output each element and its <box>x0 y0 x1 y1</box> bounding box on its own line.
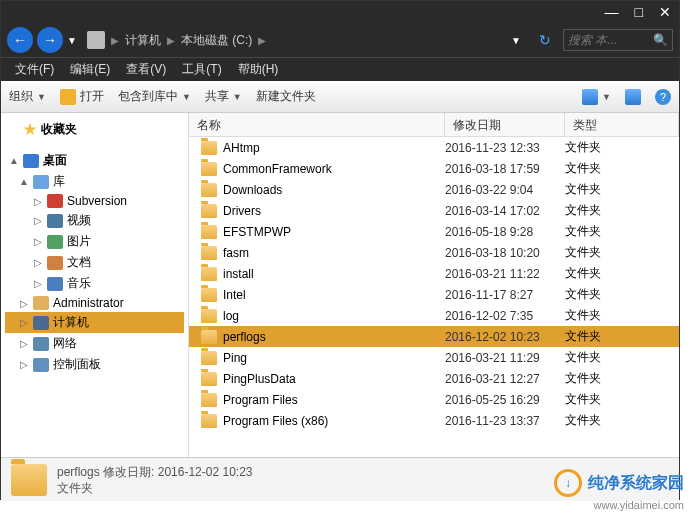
file-type: 文件夹 <box>565 223 679 240</box>
file-name: install <box>223 267 445 281</box>
file-row[interactable]: Downloads2016-03-22 9:04文件夹 <box>189 179 679 200</box>
file-type: 文件夹 <box>565 349 679 366</box>
file-row[interactable]: AHtmp2016-11-23 12:33文件夹 <box>189 137 679 158</box>
forward-button[interactable]: → <box>37 27 63 53</box>
preview-pane-icon[interactable] <box>625 89 641 105</box>
col-name[interactable]: 名称 <box>189 113 445 136</box>
nav-tree: 收藏夹 ▲桌面 ▲库 ▷Subversion ▷视频 ▷图片 ▷文档 ▷音乐 ▷… <box>1 113 189 457</box>
chevron-right-icon: ▶ <box>258 35 266 46</box>
library-icon <box>33 175 49 189</box>
file-type: 文件夹 <box>565 181 679 198</box>
file-name: perflogs <box>223 330 445 344</box>
details-date-label: 修改日期: <box>103 465 154 479</box>
pictures-icon <box>47 235 63 249</box>
folder-icon <box>201 288 217 302</box>
file-date: 2016-03-21 12:27 <box>445 372 565 386</box>
search-input[interactable] <box>568 33 653 47</box>
file-type: 文件夹 <box>565 160 679 177</box>
help-icon[interactable]: ? <box>655 89 671 105</box>
file-row[interactable]: fasm2016-03-18 10:20文件夹 <box>189 242 679 263</box>
controlpanel-icon <box>33 358 49 372</box>
open-button[interactable]: 打开 <box>60 88 104 105</box>
tree-svn[interactable]: ▷Subversion <box>5 192 184 210</box>
file-row[interactable]: Drivers2016-03-14 17:02文件夹 <box>189 200 679 221</box>
nav-bar: ← → ▼ ▶ 计算机 ▶ 本地磁盘 (C:) ▶ ▼ ↻ 🔍 <box>1 23 679 57</box>
file-name: Drivers <box>223 204 445 218</box>
tree-controlpanel[interactable]: ▷控制面板 <box>5 354 184 375</box>
file-type: 文件夹 <box>565 286 679 303</box>
search-icon[interactable]: 🔍 <box>653 33 668 47</box>
organize-button[interactable]: 组织▼ <box>9 88 46 105</box>
menu-file[interactable]: 文件(F) <box>9 59 60 80</box>
menu-edit[interactable]: 编辑(E) <box>64 59 116 80</box>
watermark-title: 纯净系统家园 <box>588 473 684 494</box>
crumb-computer[interactable]: 计算机 <box>125 32 161 49</box>
tree-pictures[interactable]: ▷图片 <box>5 231 184 252</box>
col-date[interactable]: 修改日期 <box>445 113 565 136</box>
view-button[interactable]: ▼ <box>582 89 611 105</box>
crumb-drive[interactable]: 本地磁盘 (C:) <box>181 32 252 49</box>
watermark-logo-icon <box>554 469 582 497</box>
close-button[interactable]: ✕ <box>659 4 671 20</box>
network-icon <box>33 337 49 351</box>
file-name: fasm <box>223 246 445 260</box>
music-icon <box>47 277 63 291</box>
back-button[interactable]: ← <box>7 27 33 53</box>
tree-libraries[interactable]: ▲库 <box>5 171 184 192</box>
file-row[interactable]: Program Files2016-05-25 16:29文件夹 <box>189 389 679 410</box>
file-date: 2016-03-21 11:29 <box>445 351 565 365</box>
file-row[interactable]: perflogs2016-12-02 10:23文件夹 <box>189 326 679 347</box>
file-row[interactable]: log2016-12-02 7:35文件夹 <box>189 305 679 326</box>
file-row[interactable]: install2016-03-21 11:22文件夹 <box>189 263 679 284</box>
svn-icon <box>47 194 63 208</box>
maximize-button[interactable]: □ <box>635 4 643 20</box>
file-row[interactable]: Ping2016-03-21 11:29文件夹 <box>189 347 679 368</box>
file-type: 文件夹 <box>565 265 679 282</box>
folder-icon <box>201 267 217 281</box>
file-name: Ping <box>223 351 445 365</box>
details-date: 2016-12-02 10:23 <box>158 465 253 479</box>
file-row[interactable]: Program Files (x86)2016-11-23 13:37文件夹 <box>189 410 679 431</box>
file-row[interactable]: CommonFramework2016-03-18 17:59文件夹 <box>189 158 679 179</box>
toolbar: 组织▼ 打开 包含到库中▼ 共享▼ 新建文件夹 ▼ ? <box>1 81 679 113</box>
file-date: 2016-05-25 16:29 <box>445 393 565 407</box>
tree-favorites[interactable]: 收藏夹 <box>5 119 184 140</box>
breadcrumb[interactable]: ▶ 计算机 ▶ 本地磁盘 (C:) ▶ <box>87 31 507 49</box>
share-button[interactable]: 共享▼ <box>205 88 242 105</box>
file-date: 2016-03-18 17:59 <box>445 162 565 176</box>
tree-documents[interactable]: ▷文档 <box>5 252 184 273</box>
file-type: 文件夹 <box>565 328 679 345</box>
video-icon <box>47 214 63 228</box>
file-name: Downloads <box>223 183 445 197</box>
file-date: 2016-12-02 7:35 <box>445 309 565 323</box>
file-row[interactable]: PingPlusData2016-03-21 12:27文件夹 <box>189 368 679 389</box>
file-row[interactable]: EFSTMPWP2016-05-18 9:28文件夹 <box>189 221 679 242</box>
views-icon <box>582 89 598 105</box>
folder-icon <box>201 141 217 155</box>
tree-admin[interactable]: ▷Administrator <box>5 294 184 312</box>
file-list: 名称 修改日期 类型 AHtmp2016-11-23 12:33文件夹Commo… <box>189 113 679 457</box>
refresh-icon[interactable]: ↻ <box>539 32 551 48</box>
col-type[interactable]: 类型 <box>565 113 679 136</box>
tree-video[interactable]: ▷视频 <box>5 210 184 231</box>
file-row[interactable]: Intel2016-11-17 8:27文件夹 <box>189 284 679 305</box>
path-dropdown-icon[interactable]: ▼ <box>511 35 521 46</box>
tree-network[interactable]: ▷网络 <box>5 333 184 354</box>
history-dropdown-icon[interactable]: ▼ <box>67 35 77 46</box>
search-box[interactable]: 🔍 <box>563 29 673 51</box>
tree-computer[interactable]: ▷计算机 <box>5 312 184 333</box>
folder-icon <box>201 351 217 365</box>
tree-desktop[interactable]: ▲桌面 <box>5 150 184 171</box>
star-icon <box>23 123 37 137</box>
tree-music[interactable]: ▷音乐 <box>5 273 184 294</box>
menu-view[interactable]: 查看(V) <box>120 59 172 80</box>
include-button[interactable]: 包含到库中▼ <box>118 88 191 105</box>
file-date: 2016-11-23 12:33 <box>445 141 565 155</box>
minimize-button[interactable]: — <box>605 4 619 20</box>
menu-tools[interactable]: 工具(T) <box>176 59 227 80</box>
folder-icon <box>201 183 217 197</box>
explorer-window: — □ ✕ ← → ▼ ▶ 计算机 ▶ 本地磁盘 (C:) ▶ ▼ ↻ 🔍 文件… <box>0 0 680 500</box>
file-name: Program Files (x86) <box>223 414 445 428</box>
newfolder-button[interactable]: 新建文件夹 <box>256 88 316 105</box>
menu-help[interactable]: 帮助(H) <box>232 59 285 80</box>
